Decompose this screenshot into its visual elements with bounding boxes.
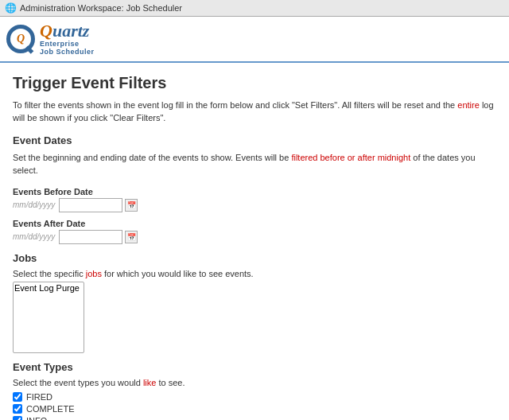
jobs-option-event-log-purge[interactable]: Event Log Purge [14, 283, 83, 294]
after-date-input[interactable] [59, 230, 122, 244]
checkbox-info[interactable] [13, 416, 22, 420]
before-date-row: mm/dd/yyyy 📅 [13, 198, 496, 212]
after-date-placeholder: mm/dd/yyyy [13, 232, 56, 241]
after-date-row: mm/dd/yyyy 📅 [13, 230, 496, 244]
main-content: Trigger Event Filters To filter the even… [0, 63, 509, 420]
before-date-input[interactable] [59, 198, 122, 212]
checkbox-row-fired: FIRED [13, 392, 496, 402]
checkbox-complete[interactable] [13, 404, 22, 414]
page-title: Trigger Event Filters [13, 74, 496, 92]
before-date-calendar-icon[interactable]: 📅 [125, 199, 138, 212]
checkbox-fired[interactable] [13, 392, 22, 402]
event-types-title: Event Types [13, 361, 496, 373]
intro-highlight: entire [457, 100, 480, 110]
logo: Q Quartz Enterprise Job Scheduler [6, 21, 95, 56]
checkbox-row-complete: COMPLETE [13, 404, 496, 414]
event-dates-desc-highlight: filtered before or after midnight [291, 153, 410, 162]
after-date-label: Events After Date [13, 219, 496, 228]
titlebar: 🌐 Administration Workspace: Job Schedule… [0, 0, 509, 17]
after-date-calendar-icon[interactable]: 📅 [125, 231, 138, 243]
globe-icon: 🌐 [5, 2, 17, 14]
checkbox-row-info: INFO [13, 416, 496, 420]
jobs-listbox[interactable]: Event Log Purge [13, 282, 84, 353]
jobs-desc-highlight: jobs [86, 269, 102, 278]
event-dates-desc-prefix: Set the beginning and ending date of the… [13, 153, 291, 162]
jobs-desc-suffix: for which you would like to see events. [102, 269, 254, 278]
intro-text: To filter the events shown in the event … [13, 99, 496, 125]
event-dates-title: Event Dates [13, 134, 496, 146]
logo-name: Quartz [40, 21, 95, 41]
logo-line2: Job Scheduler [40, 49, 95, 56]
event-types-desc: Select the event types you would like to… [13, 378, 496, 387]
label-fired: FIRED [26, 392, 52, 402]
after-date-group: Events After Date mm/dd/yyyy 📅 [13, 219, 496, 244]
event-dates-desc: Set the beginning and ending date of the… [13, 151, 496, 177]
before-date-label: Events Before Date [13, 187, 496, 196]
label-info: INFO [26, 416, 47, 420]
event-types-desc-suffix: to see. [156, 378, 185, 387]
header: Q Quartz Enterprise Job Scheduler [0, 17, 509, 63]
logo-q: Q [40, 21, 52, 41]
before-date-placeholder: mm/dd/yyyy [13, 200, 56, 209]
jobs-title: Jobs [13, 252, 496, 264]
intro-prefix: To filter the events shown in the event … [13, 100, 457, 110]
event-types-desc-highlight: like [143, 378, 157, 387]
event-types-desc-prefix: Select the event types you would [13, 378, 143, 387]
label-complete: COMPLETE [26, 404, 75, 414]
jobs-desc: Select the specific jobs for which you w… [13, 269, 496, 278]
titlebar-text: Administration Workspace: Job Scheduler [20, 3, 182, 13]
before-date-group: Events Before Date mm/dd/yyyy 📅 [13, 187, 496, 212]
jobs-desc-prefix: Select the specific [13, 269, 86, 278]
